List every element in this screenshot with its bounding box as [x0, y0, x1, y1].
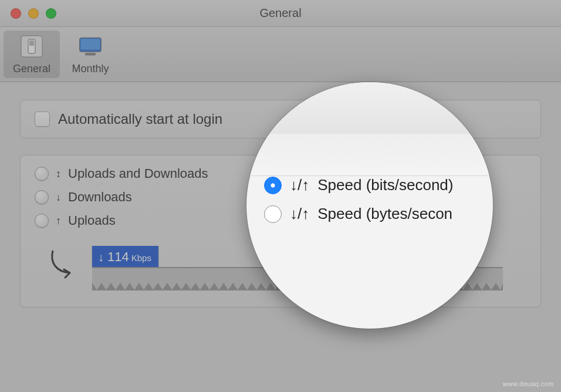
- radio-icon: [35, 214, 49, 228]
- down-icon: ↓: [56, 191, 61, 204]
- speed-unit: Kbps: [131, 253, 151, 263]
- updown-icon: ↕: [56, 168, 61, 180]
- tab-general[interactable]: General: [4, 31, 60, 78]
- speed-option-bytes[interactable]: ↓/↑ Speed (bytes/secon: [264, 205, 487, 223]
- curved-arrow-icon: [44, 246, 79, 281]
- option-label: Speed (bytes/secon: [317, 205, 452, 223]
- titlebar: General: [0, 0, 561, 27]
- radio-icon: [35, 167, 49, 181]
- updown-icon: ↓/↑: [290, 176, 309, 194]
- tab-monthly[interactable]: Monthly: [62, 31, 119, 78]
- option-label: Uploads: [68, 213, 116, 228]
- watermark: www.deuaq.com: [503, 380, 554, 387]
- monitor-icon: [77, 33, 103, 59]
- updown-icon: ↓/↑: [290, 205, 309, 223]
- radio-icon: [35, 190, 49, 204]
- svg-rect-5: [85, 53, 96, 56]
- tab-monthly-label: Monthly: [72, 63, 109, 75]
- svg-rect-4: [81, 39, 100, 49]
- switch-icon: [19, 33, 45, 59]
- down-arrow-icon: ↓: [98, 251, 104, 264]
- radio-icon: [264, 205, 282, 223]
- magnifier-callout: ↓/↑ Speed (bits/second) ↓/↑ Speed (bytes…: [246, 82, 493, 329]
- option-label: Speed (bits/second): [317, 176, 453, 194]
- start-at-login-label: Automatically start at login: [58, 111, 222, 127]
- svg-rect-2: [29, 40, 34, 46]
- option-label: Downloads: [68, 190, 132, 205]
- speed-option-bits[interactable]: ↓/↑ Speed (bits/second): [264, 176, 487, 194]
- start-at-login-checkbox[interactable]: [35, 111, 50, 127]
- tab-general-label: General: [13, 63, 50, 75]
- window-title: General: [0, 6, 561, 20]
- radio-icon: [264, 177, 282, 194]
- speed-value: 114: [107, 249, 129, 265]
- up-icon: ↑: [56, 215, 61, 227]
- option-label: Uploads and Downloads: [68, 166, 208, 181]
- speed-badge: ↓ 114 Kbps: [92, 246, 158, 267]
- toolbar: General Monthly: [0, 27, 561, 82]
